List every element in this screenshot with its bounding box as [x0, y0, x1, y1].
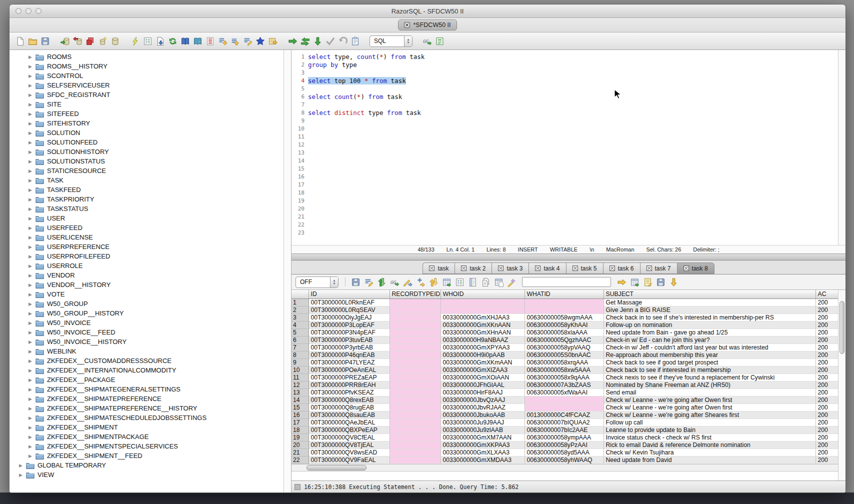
results-table[interactable]: IDRECORDTYPEIDWHOIDWHATIDSUBJECTAC100T30…	[292, 290, 839, 464]
disclosure-triangle-icon[interactable]: ▶	[28, 368, 36, 373]
import-list-icon[interactable]	[230, 36, 240, 46]
result-tab[interactable]: task 8	[677, 262, 714, 274]
editor-line[interactable]: 2group by type	[292, 60, 846, 68]
table-cell[interactable]: Check w/ Leanne - we're going after Owen…	[604, 404, 816, 411]
row-number[interactable]: 12	[292, 381, 308, 388]
table-row[interactable]: 700T3000000P3yrbEAB0033000000GmXPYAA3006…	[292, 344, 838, 351]
disconnect-db-icon[interactable]	[72, 36, 83, 46]
table-cell[interactable]: Check-in w/ Jeff - couldn't afford last …	[604, 344, 816, 351]
tree-item[interactable]: ▶SOLUTIONHISTORY	[10, 147, 291, 156]
table-row[interactable]: 2100T3000000QV8wsEAD0033000000GmXLXAA300…	[292, 448, 838, 456]
table-cell[interactable]: 006300000058yPzAAI	[524, 441, 604, 448]
disclosure-triangle-icon[interactable]: ▶	[28, 396, 36, 402]
table-cell[interactable]: Need update from David	[604, 456, 816, 464]
table-cell[interactable]: Leanne to provide update to Bain	[604, 426, 816, 434]
tree-item[interactable]: ▶VOTE	[10, 290, 291, 299]
stop-icon[interactable]	[84, 36, 96, 46]
table-cell[interactable]: 00T3000000Q8sauEAB	[308, 411, 390, 418]
table-row[interactable]: 100T3000000L0RknEAFGet Massage200	[292, 298, 838, 306]
table-cell[interactable]: 200	[816, 388, 838, 396]
tree-item[interactable]: ▶TASK	[10, 176, 291, 185]
editor-line[interactable]: 22	[292, 220, 846, 228]
table-cell[interactable]: 00T3000000QV8wsEAD	[308, 448, 390, 456]
table-cell[interactable]	[524, 404, 604, 411]
close-document-icon[interactable]	[404, 22, 410, 28]
table-cell[interactable]	[390, 418, 440, 426]
table-cell[interactable]: 0033000000Ju9zlAAB	[440, 426, 524, 434]
editor-line[interactable]: 18	[292, 188, 846, 196]
table-cell[interactable]: 200	[816, 418, 838, 426]
table-cell[interactable]: Check w/ Leanne - we're going after Owen…	[604, 396, 816, 404]
tree-item[interactable]: ▶SOLUTION	[10, 128, 291, 138]
table-cell[interactable]: 006300000058xw5AAA	[524, 366, 604, 374]
close-result-tab-icon[interactable]	[535, 266, 540, 271]
disclosure-triangle-icon[interactable]: ▶	[28, 340, 36, 344]
reference-book-icon[interactable]	[192, 36, 203, 46]
result-tab[interactable]: task 6	[603, 262, 640, 274]
disclosure-triangle-icon[interactable]: ▶	[28, 64, 36, 69]
table-cell[interactable]	[390, 404, 440, 411]
table-cell[interactable]: 00T3000000PfvKSEAZ	[308, 388, 390, 396]
table-row[interactable]: 400T3000000P3LopEAF0033000000GmXKnAAN006…	[292, 321, 838, 328]
table-row[interactable]: 1600T3000000Q8sauEAB0033000000JbukoAAB00…	[292, 411, 838, 418]
table-cell[interactable]: 200	[816, 396, 838, 404]
editor-line[interactable]: 21	[292, 212, 846, 220]
table-cell[interactable]: 00T3000000Q8rugEAB	[308, 404, 390, 411]
table-cell[interactable]	[390, 388, 440, 396]
row-number[interactable]: 14	[292, 396, 308, 404]
tree-item[interactable]: ▶W50_INVOICE	[10, 318, 291, 328]
table-row[interactable]: 1200T3000000PRR8rEAH0033000000JFhGlAAL00…	[292, 381, 838, 388]
table-cell[interactable]: Get Massage	[604, 298, 816, 306]
table-cell[interactable]: Check back to see if interested in membe…	[604, 366, 816, 374]
tree-item[interactable]: ▶ZKFEDEX__SHIPMATEPREFERENCE	[10, 394, 291, 404]
close-result-tab-icon[interactable]	[646, 266, 652, 271]
table-cell[interactable]: 00630000007bIQUAA2	[524, 418, 604, 426]
table-cell[interactable]: 006300000058yKhAAI	[524, 321, 604, 328]
table-cell[interactable]	[390, 321, 440, 328]
tree-item[interactable]: ▶SITEFEED	[10, 109, 291, 118]
tree-item[interactable]: ▶ZKFEDEX__PACKAGE	[10, 375, 291, 384]
tree-item[interactable]: ▶SITE	[10, 100, 291, 109]
tree-item[interactable]: ▶W50_INVOICE__FEED	[10, 328, 291, 337]
table-cell[interactable]	[440, 298, 524, 306]
fetch-icon[interactable]	[312, 36, 323, 46]
panel-splitter[interactable]	[292, 254, 846, 260]
titlebar[interactable]: RazorSQL - SFDCW50 II	[10, 4, 846, 18]
table-cell[interactable]: 0033000000GmXLXAA3	[440, 448, 524, 456]
tree-item[interactable]: ▶TASKSTATUS	[10, 204, 291, 214]
filter-edit-icon[interactable]	[363, 276, 374, 288]
tree-item[interactable]: ▶USERPROFILEFEED	[10, 252, 291, 261]
table-cell[interactable]: 200	[816, 358, 838, 366]
export-page-icon[interactable]	[154, 36, 166, 46]
result-tab[interactable]: task	[422, 262, 454, 274]
row-number[interactable]: 7	[292, 344, 308, 351]
table-cell[interactable]: 00630000007bIc2AAE	[524, 426, 604, 434]
table-cell[interactable]: 200	[816, 328, 838, 336]
describe-grid-icon[interactable]	[454, 276, 465, 288]
row-number[interactable]: 2	[292, 306, 308, 314]
row-number[interactable]: 19	[292, 434, 308, 441]
table-cell[interactable]: 00630000005xfWaAAI	[524, 388, 604, 396]
table-cell[interactable]: Follow up call	[604, 418, 816, 426]
edit-record-icon[interactable]	[402, 276, 413, 288]
table-cell[interactable]: 00T3000000P3LopEAF	[308, 321, 390, 328]
table-cell[interactable]: 0033000000JbvQzAAJ	[440, 396, 524, 404]
table-cell[interactable]: 006300000058xrqAAA	[524, 358, 604, 366]
tree-item[interactable]: ▶SFDC_REGISTRANT	[10, 90, 291, 100]
tree-item[interactable]: ▶TASKFEED	[10, 185, 291, 194]
column-page-icon[interactable]	[467, 276, 478, 288]
editor-line[interactable]: 15	[292, 164, 846, 172]
table-cell[interactable]	[390, 381, 440, 388]
disclosure-triangle-icon[interactable]: ▶	[28, 244, 36, 250]
table-cell[interactable]: 00T3000000QV8TjEAL	[308, 441, 390, 448]
table-cell[interactable]: 00T3000000OiyJgEAJ	[308, 314, 390, 321]
tree-item[interactable]: ▶VENDOR__HISTORY	[10, 280, 291, 290]
column-header[interactable]: ID	[308, 290, 390, 298]
export-list-icon[interactable]	[217, 36, 228, 46]
editor-scrollbar[interactable]	[838, 50, 846, 245]
editor-line[interactable]: 1select type, count(*) from task	[292, 52, 846, 60]
result-tab[interactable]: task 4	[528, 262, 566, 274]
disclosure-triangle-icon[interactable]: ▶	[28, 387, 36, 392]
close-result-tab-icon[interactable]	[461, 266, 466, 271]
disclosure-triangle-icon[interactable]: ▶	[28, 330, 36, 335]
